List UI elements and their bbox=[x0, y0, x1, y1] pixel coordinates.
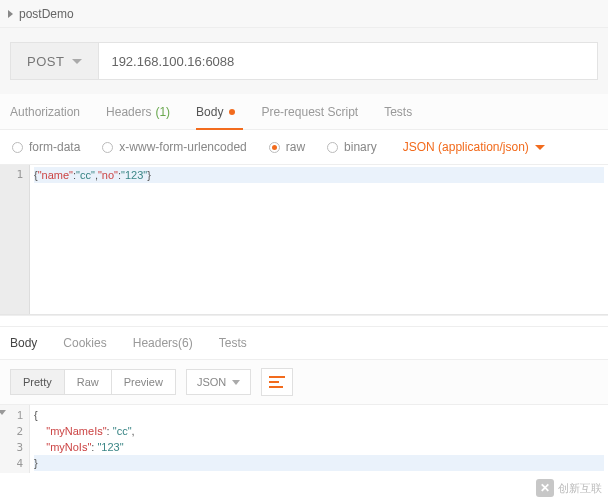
request-url-input[interactable] bbox=[98, 42, 598, 80]
fold-icon[interactable] bbox=[0, 410, 6, 415]
tab-header: postDemo bbox=[0, 0, 608, 28]
tab-body[interactable]: Body bbox=[196, 94, 235, 129]
watermark: ✕ 创新互联 bbox=[536, 479, 602, 497]
code-line: { bbox=[34, 407, 604, 423]
response-tab-headers[interactable]: Headers (6) bbox=[133, 336, 193, 350]
wrap-lines-button[interactable] bbox=[261, 368, 293, 396]
tab-tests[interactable]: Tests bbox=[384, 94, 412, 129]
editor-code[interactable]: {"name":"cc","no":"123"} bbox=[30, 165, 608, 314]
request-tabs: Authorization Headers (1) Body Pre-reque… bbox=[0, 94, 608, 130]
response-tabs: Body Cookies Headers (6) Tests bbox=[0, 327, 608, 359]
code-line: {"name":"cc","no":"123"} bbox=[34, 167, 604, 183]
radio-binary[interactable]: binary bbox=[327, 140, 377, 154]
view-mode-segment: Pretty Raw Preview bbox=[10, 369, 176, 395]
body-type-row: form-data x-www-form-urlencoded raw bina… bbox=[0, 130, 608, 165]
view-pretty-button[interactable]: Pretty bbox=[10, 369, 65, 395]
response-body-editor[interactable]: 1 2 3 4 { "myNameIs": "cc", "myNoIs": "1… bbox=[0, 405, 608, 473]
chevron-down-icon bbox=[232, 380, 240, 385]
chevron-down-icon bbox=[535, 145, 545, 150]
watermark-logo-icon: ✕ bbox=[536, 479, 554, 497]
response-format-selector[interactable]: JSON bbox=[186, 369, 251, 395]
view-preview-button[interactable]: Preview bbox=[112, 369, 176, 395]
caret-right-icon bbox=[8, 10, 13, 18]
response-code[interactable]: { "myNameIs": "cc", "myNoIs": "123" } bbox=[30, 405, 608, 473]
response-tab-tests[interactable]: Tests bbox=[219, 336, 247, 350]
response-tab-cookies[interactable]: Cookies bbox=[63, 336, 106, 350]
content-type-selector[interactable]: JSON (application/json) bbox=[403, 140, 545, 154]
request-body-editor[interactable]: 1 {"name":"cc","no":"123"} bbox=[0, 165, 608, 315]
radio-urlencoded[interactable]: x-www-form-urlencoded bbox=[102, 140, 246, 154]
code-line: "myNameIs": "cc", bbox=[34, 423, 604, 439]
radio-form-data[interactable]: form-data bbox=[12, 140, 80, 154]
response-gutter: 1 2 3 4 bbox=[0, 405, 30, 473]
editor-gutter: 1 bbox=[0, 165, 30, 314]
http-method-label: POST bbox=[27, 54, 64, 69]
view-raw-button[interactable]: Raw bbox=[65, 369, 112, 395]
radio-raw[interactable]: raw bbox=[269, 140, 305, 154]
request-name: postDemo bbox=[19, 7, 74, 21]
response-tab-body[interactable]: Body bbox=[10, 336, 37, 350]
http-method-selector[interactable]: POST bbox=[10, 42, 98, 80]
response-view-row: Pretty Raw Preview JSON bbox=[0, 359, 608, 405]
tab-authorization[interactable]: Authorization bbox=[10, 94, 80, 129]
request-row: POST bbox=[0, 28, 608, 94]
pane-separator[interactable] bbox=[0, 315, 608, 327]
tab-headers[interactable]: Headers (1) bbox=[106, 94, 170, 129]
dirty-dot-icon bbox=[229, 109, 235, 115]
wrap-icon bbox=[269, 376, 285, 388]
tab-prerequest[interactable]: Pre-request Script bbox=[261, 94, 358, 129]
chevron-down-icon bbox=[72, 59, 82, 64]
code-line: } bbox=[34, 455, 604, 471]
code-line: "myNoIs": "123" bbox=[34, 439, 604, 455]
